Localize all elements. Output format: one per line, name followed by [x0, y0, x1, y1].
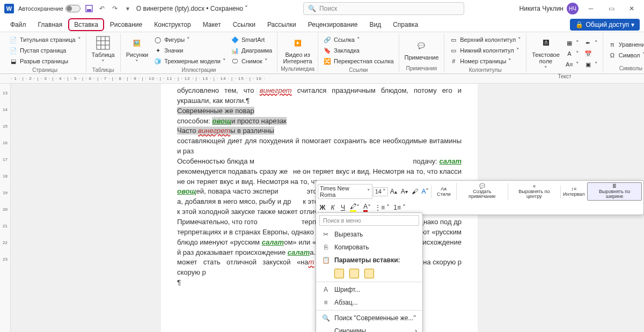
horizontal-ruler[interactable]: · 1 · | · 2 · | · 3 · | · 4 · | · 5 · | …: [0, 74, 644, 84]
ribbon-group-pages: 📄Титульная страница ˅ 📄Пустая страница ⬓…: [4, 33, 86, 72]
bullets-button[interactable]: ⋮≡ ˅: [373, 203, 391, 212]
symbol-button[interactable]: ΩСимвол ˅: [606, 50, 644, 61]
ctx-synonyms[interactable]: Синонимы›: [316, 324, 422, 332]
save-icon[interactable]: [85, 4, 93, 13]
group-label-headerfooter: Колонтитулы: [469, 67, 502, 73]
avatar: НЧ: [567, 3, 579, 14]
link-icon: 🔗: [323, 35, 332, 44]
group-label-media: Мультимедиа: [281, 65, 314, 72]
link-button[interactable]: 🔗Ссылка ˅: [321, 34, 396, 45]
italic-button[interactable]: К: [328, 203, 338, 212]
ctx-paste-row: [316, 267, 422, 281]
tab-insert[interactable]: Вставка: [68, 18, 104, 31]
footer-button[interactable]: ▭Нижний колонтитул ˅: [448, 45, 523, 56]
page-break-button[interactable]: ⬓Разрыв страницы: [8, 56, 83, 67]
ctx-cut[interactable]: ✂Вырезать: [316, 228, 422, 241]
equation-button[interactable]: πУравнение ˅: [606, 39, 644, 50]
tab-layout[interactable]: Макет: [197, 18, 227, 31]
tab-mailings[interactable]: Рассылки: [261, 18, 302, 31]
context-search-input[interactable]: Поиск в меню: [319, 215, 419, 226]
minimize-button[interactable]: ─: [583, 2, 599, 16]
styles-button[interactable]: AᴀСтили: [431, 186, 456, 198]
smartart-icon: 🔷: [231, 35, 239, 44]
ctx-font[interactable]: AШрифт...: [316, 283, 422, 296]
justify-button[interactable]: ≣Выровнять по ширине: [587, 182, 642, 201]
align-center-button[interactable]: ≡Выровнять по центру: [508, 183, 560, 200]
search-input[interactable]: 🔍 Поиск: [303, 2, 464, 15]
paste-text-only[interactable]: [364, 269, 374, 278]
tab-design[interactable]: Конструктор: [148, 18, 196, 31]
word-icon: W: [4, 4, 14, 13]
crossref-button[interactable]: 🔀Перекрестная ссылка: [321, 56, 396, 67]
ctx-paragraph[interactable]: ≡Абзац...: [316, 296, 422, 309]
qat-dropdown-icon[interactable]: ▾: [123, 4, 132, 13]
ribbon: 📄Титульная страница ˅ 📄Пустая страница ⬓…: [0, 32, 644, 74]
spacing-button[interactable]: ↕≡Интервал: [560, 186, 587, 198]
quick-parts-button[interactable]: ▦˅: [564, 38, 581, 48]
tab-help[interactable]: Справка: [387, 18, 424, 31]
paste-keep-source[interactable]: [334, 269, 344, 278]
tab-draw[interactable]: Рисование: [104, 18, 148, 31]
comment-button[interactable]: 💬Примечание: [402, 37, 441, 62]
ctx-copy[interactable]: ⎘Копировать: [316, 241, 422, 254]
wordart-button[interactable]: A˅: [564, 48, 581, 59]
bookmark-button[interactable]: 🔖Закладка: [321, 45, 396, 56]
numbering-button[interactable]: 1≡ ˅: [392, 203, 407, 212]
object-button[interactable]: ▣˅: [582, 59, 599, 70]
center-icon: ≡: [533, 184, 536, 189]
user-account[interactable]: Никита Чуклин НЧ: [519, 3, 579, 14]
datetime-button[interactable]: 📅: [582, 48, 599, 59]
undo-icon[interactable]: ↶: [98, 4, 106, 13]
vertical-ruler[interactable]: 1314151617181920212223: [0, 84, 11, 332]
share-button[interactable]: 🔒 Общий доступ ▾: [570, 19, 640, 31]
svg-rect-2: [97, 36, 109, 49]
tab-home[interactable]: Главная: [32, 18, 69, 31]
shapes-button[interactable]: ◯Фигуры ˅: [152, 34, 228, 45]
autosave-control[interactable]: Автосохранение: [18, 5, 80, 12]
icons-button[interactable]: ✦Значки: [152, 45, 228, 56]
pictures-button[interactable]: 🖼️Рисунки˅: [124, 34, 151, 67]
font-size-select[interactable]: 14 ˅: [373, 187, 388, 196]
bold-button[interactable]: Ж: [318, 203, 327, 212]
cut-icon: ✂: [321, 230, 330, 239]
underline-button[interactable]: Ч: [338, 203, 348, 212]
tab-review[interactable]: Рецензирование: [302, 18, 364, 31]
pagenum-button[interactable]: #Номер страницы ˅: [448, 56, 523, 67]
shrink-font-button[interactable]: A▾: [399, 187, 409, 196]
new-comment-button[interactable]: 💬Создать примечание: [456, 183, 507, 200]
chart-button[interactable]: 📊Диаграмма: [229, 45, 274, 56]
ribbon-group-comments: 💬Примечание Примечания: [399, 33, 445, 72]
3d-models-button[interactable]: 🧊Трехмерные модели ˅: [152, 56, 228, 67]
redo-icon[interactable]: ↷: [111, 4, 119, 13]
paste-merge[interactable]: [349, 269, 359, 278]
screenshot-button[interactable]: 🖵Снимок ˅: [229, 56, 274, 67]
ribbon-group-media: ▶️Видео из Интернета Мультимедиа: [277, 33, 318, 72]
crossref-icon: 🔀: [323, 57, 332, 65]
font-family-select[interactable]: Times New Roma ˅: [318, 184, 372, 199]
format-painter-button[interactable]: 🖌: [410, 187, 420, 196]
paragraph-icon: ≡: [321, 298, 330, 307]
tab-file[interactable]: Файл: [4, 18, 32, 31]
maximize-button[interactable]: ▭: [603, 2, 619, 16]
autosave-toggle[interactable]: [65, 5, 80, 12]
header-button[interactable]: ▭Верхний колонтитул ˅: [448, 34, 523, 45]
dropcap-button[interactable]: A≡˅: [564, 59, 581, 70]
font-color-button[interactable]: A˅: [362, 202, 372, 213]
table-button[interactable]: Таблица˅: [90, 34, 117, 67]
cover-page-button[interactable]: 📄Титульная страница ˅: [8, 34, 83, 45]
smartart-button[interactable]: 🔷SmartArt: [229, 34, 274, 45]
highlight-button[interactable]: 🖍˅: [348, 202, 361, 213]
styles-dropdown[interactable]: A˅: [420, 187, 431, 196]
blank-page-button[interactable]: 📄Пустая страница: [8, 45, 83, 56]
grow-font-button[interactable]: A▴: [389, 187, 399, 196]
autosave-label: Автосохранение: [18, 5, 63, 12]
ctx-smart-lookup[interactable]: 🔍Поиск "Современные же...": [316, 312, 422, 324]
online-video-button[interactable]: ▶️Видео из Интернета: [281, 34, 314, 65]
date-icon: 📅: [584, 49, 592, 58]
group-label-illustrations: Иллюстрации: [181, 67, 216, 73]
tab-view[interactable]: Вид: [363, 18, 387, 31]
sig-line-button[interactable]: ✒˅: [582, 38, 599, 48]
close-button[interactable]: ✕: [624, 2, 640, 16]
textbox-button[interactable]: 🅰Текстовое поле˅: [530, 34, 562, 73]
tab-references[interactable]: Ссылки: [227, 18, 261, 31]
